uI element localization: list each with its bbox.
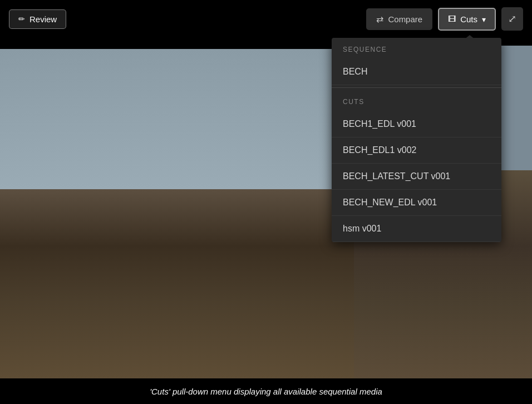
cuts-item-1[interactable]: BECH_EDL1 v002 [332, 137, 501, 164]
cuts-section-label: CUTS [332, 90, 501, 111]
screen: ✏ Review Compare 🎞 Cuts ⤢ SEQUENCE BECH [0, 0, 532, 404]
cuts-button-label: Cuts [460, 14, 477, 24]
cuts-item-4[interactable]: hsm v001 [332, 216, 501, 242]
sequence-item-bech[interactable]: BECH [332, 59, 501, 85]
expand-icon: ⤢ [508, 13, 516, 25]
chevron-down-icon [482, 14, 486, 24]
cuts-section: CUTS BECH1_EDL v001 BECH_EDL1 v002 BECH_… [332, 90, 501, 242]
sequence-section: SEQUENCE BECH [332, 38, 501, 85]
caption-text: 'Cuts' pull-down menu displaying all ava… [150, 387, 382, 396]
top-bar: ✏ Review Compare 🎞 Cuts ⤢ [0, 0, 532, 38]
sequence-section-label: SEQUENCE [332, 38, 501, 59]
cuts-item-2[interactable]: BECH_LATEST_CUT v001 [332, 164, 501, 190]
compare-button[interactable]: Compare [366, 8, 432, 30]
caption-bar: 'Cuts' pull-down menu displaying all ava… [0, 378, 532, 404]
cuts-dropdown-menu: SEQUENCE BECH CUTS BECH1_EDL v001 BECH_E… [332, 38, 501, 242]
film-icon: 🎞 [448, 14, 456, 23]
cuts-item-0[interactable]: BECH1_EDL v001 [332, 111, 501, 137]
fullscreen-button[interactable]: ⤢ [501, 7, 523, 31]
dropdown-divider [332, 87, 501, 88]
compare-button-label: Compare [388, 14, 422, 24]
review-button-label: Review [29, 14, 57, 24]
dropdown-arrow [464, 35, 475, 40]
top-right-buttons: Compare 🎞 Cuts ⤢ [366, 7, 523, 31]
cuts-item-3[interactable]: BECH_NEW_EDL v001 [332, 190, 501, 216]
review-button[interactable]: ✏ Review [9, 9, 66, 29]
cuts-button[interactable]: 🎞 Cuts [438, 8, 496, 31]
compare-icon [376, 14, 383, 24]
sky-layer [0, 0, 354, 378]
pencil-icon: ✏ [18, 14, 25, 23]
